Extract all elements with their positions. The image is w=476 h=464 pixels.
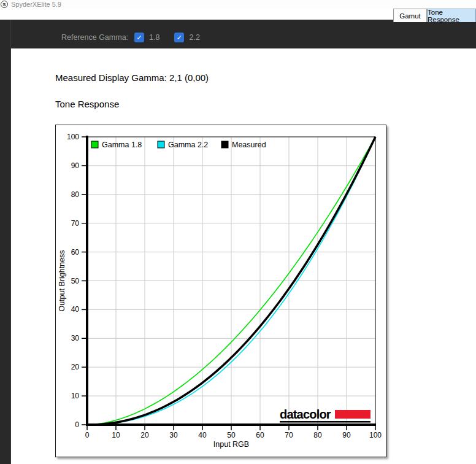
y-tick-label: 30	[71, 334, 80, 342]
legend-swatch	[221, 141, 228, 148]
x-tick-label: 80	[313, 431, 322, 439]
x-tick-label: 60	[256, 431, 264, 439]
x-tick-label: 30	[169, 431, 178, 439]
checkbox-gamma-1-8[interactable]: ✓	[134, 33, 144, 42]
x-tick-label: 20	[140, 431, 149, 439]
app-window: S SpyderXElite 5.9 Gamut Tone Response R…	[0, 0, 476, 464]
datacolor-logo-underline	[280, 421, 370, 423]
y-tick-label: 40	[71, 305, 80, 314]
reference-gamma-row: Reference Gamma: ✓ 1.8 ✓ 2.2	[61, 31, 215, 44]
checkbox-label-2-2: 2.2	[189, 33, 199, 42]
legend-label: Measured	[232, 141, 266, 149]
y-tick-label: 90	[71, 161, 80, 170]
tab-gamut[interactable]: Gamut	[393, 9, 427, 22]
checkbox-gamma-2-2[interactable]: ✓	[174, 33, 184, 42]
x-tick-label: 70	[285, 431, 293, 439]
measured-gamma-text: Measured Display Gamma: 2,1 (0,00)	[55, 72, 209, 83]
x-tick-label: 10	[112, 431, 120, 439]
content-panel: Measured Display Gamma: 2,1 (0,00) Tone …	[11, 49, 476, 464]
x-tick-label: 100	[369, 431, 382, 439]
y-tick-label: 60	[71, 248, 80, 257]
x-axis-label: Input RGB	[213, 440, 249, 449]
legend-swatch	[91, 141, 98, 148]
datacolor-logo-bar	[335, 410, 370, 419]
y-tick-label: 10	[71, 392, 80, 400]
legend-swatch	[158, 141, 164, 148]
y-tick-label: 50	[71, 277, 80, 285]
y-tick-label: 70	[71, 219, 80, 228]
tone-response-chart: 0102030405060708090100010203040506070809…	[55, 125, 386, 457]
x-tick-label: 0	[85, 431, 90, 439]
x-tick-label: 50	[227, 431, 236, 439]
y-tick-label: 20	[71, 363, 80, 371]
checkbox-label-1-8: 1.8	[149, 33, 159, 42]
y-tick-label: 100	[67, 133, 79, 141]
legend-label: Gamma 1.8	[102, 141, 142, 149]
tab-tone-response[interactable]: Tone Response	[427, 9, 476, 22]
reference-gamma-label: Reference Gamma:	[61, 33, 128, 42]
y-tick-label: 0	[75, 420, 79, 429]
x-tick-label: 40	[198, 431, 207, 439]
y-axis-label: Output Brightness	[58, 250, 66, 311]
window-titlebar: S SpyderXElite 5.9	[0, 0, 476, 9]
datacolor-logo-text: datacolor	[280, 408, 331, 421]
app-logo-icon: S	[1, 1, 8, 8]
window-title: SpyderXElite 5.9	[11, 1, 61, 8]
legend-label: Gamma 2.2	[168, 141, 208, 149]
x-tick-label: 90	[342, 431, 351, 439]
y-tick-label: 80	[71, 190, 80, 199]
tone-response-plot: 0102030405060708090100010203040506070809…	[56, 125, 387, 458]
left-frame	[0, 20, 11, 464]
section-title: Tone Response	[55, 99, 119, 109]
